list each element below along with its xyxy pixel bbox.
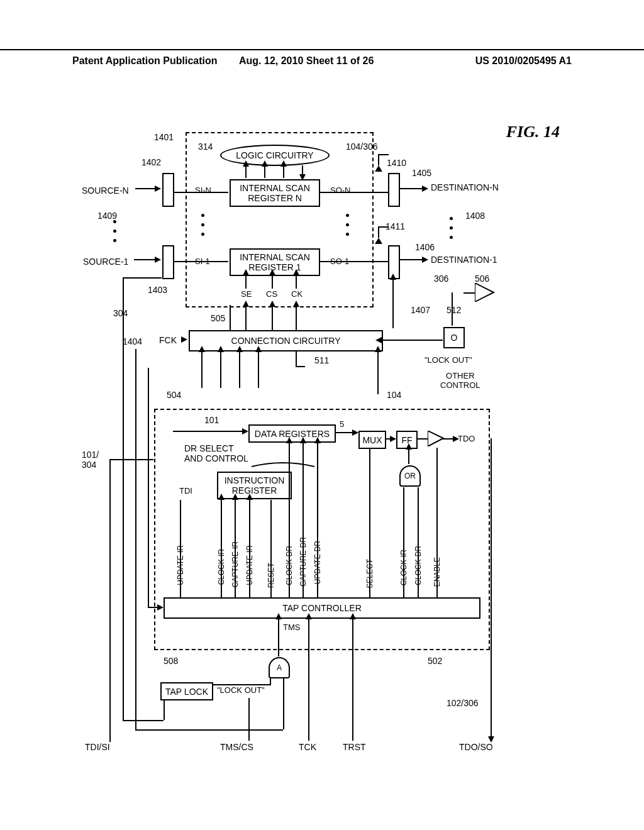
ref-1404: 1404 bbox=[123, 336, 142, 346]
destination-1: DESTINATION-1 bbox=[431, 255, 497, 265]
ref-504: 504 bbox=[167, 390, 181, 400]
source-n: SOURCE-N bbox=[82, 185, 129, 196]
tdi: TDI bbox=[179, 486, 192, 495]
output-box-n bbox=[388, 173, 400, 207]
or-gate: OR bbox=[399, 465, 421, 487]
mux: MUX bbox=[358, 431, 386, 449]
ref-502: 502 bbox=[428, 656, 442, 666]
tdo: TDO bbox=[458, 434, 475, 443]
ref-1408: 1408 bbox=[465, 211, 485, 221]
other-control: OTHER CONTROL bbox=[440, 371, 480, 390]
figure-14: FIG. 14 1401 314 104/306 LOGIC CIRCUITRY… bbox=[75, 123, 572, 767]
ref-104-306: 104/306 bbox=[346, 141, 378, 152]
source-1: SOURCE-1 bbox=[83, 257, 128, 267]
figure-title: FIG. 14 bbox=[506, 123, 560, 141]
fck: FCK bbox=[159, 335, 177, 345]
ref-508: 508 bbox=[164, 656, 178, 666]
ref-1407: 1407 bbox=[411, 305, 430, 315]
tck: TCK bbox=[299, 742, 316, 752]
o-block: O bbox=[443, 327, 465, 348]
buffer-506 bbox=[475, 283, 497, 302]
ref-304: 304 bbox=[113, 308, 128, 318]
destination-n: DESTINATION-N bbox=[431, 182, 499, 192]
ref-102-306: 102/306 bbox=[447, 698, 479, 708]
ck: CK bbox=[291, 289, 303, 299]
ref-101-304: 101/ 304 bbox=[82, 450, 99, 470]
ref-1402: 1402 bbox=[142, 157, 161, 167]
logic-circuitry: LOGIC CIRCUITRY bbox=[220, 145, 330, 166]
scan-register-n: INTERNAL SCAN REGISTER N bbox=[230, 179, 320, 207]
header-date-sheet: Aug. 12, 2010 Sheet 11 of 26 bbox=[239, 55, 374, 67]
ref-512: 512 bbox=[447, 305, 461, 315]
ref-1406: 1406 bbox=[415, 242, 435, 252]
svg-marker-1 bbox=[428, 431, 443, 446]
lock-out-r: "LOCK OUT" bbox=[425, 355, 472, 365]
ref-314: 314 bbox=[198, 141, 213, 152]
si-n: SI-N bbox=[195, 185, 211, 195]
cs: CS bbox=[266, 289, 277, 299]
ref-1410: 1410 bbox=[387, 158, 406, 168]
svg-marker-0 bbox=[475, 283, 494, 302]
trst: TRST bbox=[343, 742, 366, 752]
tms: TMS bbox=[283, 622, 300, 632]
ref-506: 506 bbox=[475, 274, 489, 284]
ref-101: 101 bbox=[204, 415, 219, 425]
tdi-si: TDI/SI bbox=[85, 742, 110, 752]
ref-505: 505 bbox=[211, 313, 225, 323]
input-box-1 bbox=[162, 245, 174, 279]
ref-306: 306 bbox=[434, 274, 448, 284]
header-publication: Patent Application Publication bbox=[72, 55, 218, 67]
input-box-n bbox=[162, 173, 174, 207]
a-gate: A bbox=[269, 657, 290, 678]
lock-out-l: "LOCK OUT" bbox=[217, 685, 265, 695]
instruction-register: INSTRUCTION REGISTER bbox=[217, 472, 292, 499]
header-pubnum: US 2010/0205495 A1 bbox=[475, 55, 572, 67]
dr-select: DR SELECT AND CONTROL bbox=[184, 443, 248, 463]
tap-lock: TAP LOCK bbox=[160, 682, 213, 700]
ref-5: 5 bbox=[340, 419, 344, 429]
ref-104: 104 bbox=[387, 390, 401, 400]
ref-511: 511 bbox=[314, 355, 329, 365]
tdo-so: TDO/SO bbox=[459, 742, 493, 752]
se: SE bbox=[241, 289, 252, 299]
ref-1403: 1403 bbox=[148, 285, 167, 295]
ref-1409: 1409 bbox=[97, 211, 117, 221]
tap-controller: TAP CONTROLLER bbox=[164, 597, 480, 619]
tms-cs: TMS/CS bbox=[220, 742, 253, 752]
ref-1405: 1405 bbox=[412, 168, 431, 178]
ref-1411: 1411 bbox=[386, 221, 405, 231]
so-n: SO-N bbox=[330, 185, 351, 195]
ref-1401: 1401 bbox=[154, 132, 174, 142]
